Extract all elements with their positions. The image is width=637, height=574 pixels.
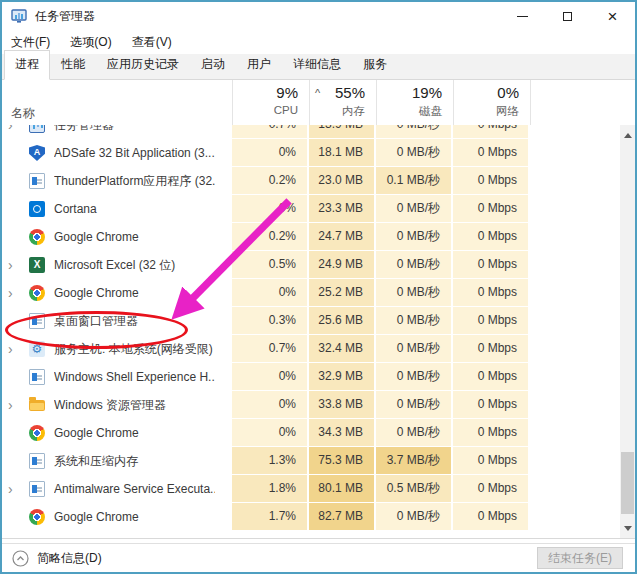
tab-0[interactable]: 进程	[4, 50, 50, 80]
process-name: Windows Shell Experience H...	[54, 363, 215, 391]
cpu-value: 0%	[232, 139, 309, 167]
process-name: Google Chrome	[54, 223, 215, 251]
expand-chevron-icon[interactable]	[8, 391, 20, 419]
cpu-value: 0%	[232, 391, 309, 419]
disk-value: 0 MB/秒	[376, 391, 453, 419]
process-name: Google Chrome	[54, 419, 215, 447]
process-row[interactable]: Google Chrome 0.2% 24.7 MB 0 MB/秒 0 Mbps	[2, 223, 635, 251]
chrome-icon	[29, 425, 45, 441]
tab-6[interactable]: 服务	[352, 50, 398, 80]
process-row[interactable]: Windows Shell Experience H... 0% 32.9 MB…	[2, 363, 635, 391]
process-row[interactable]: 系统和压缩内存 1.3% 75.3 MB 3.7 MB/秒 0 Mbps	[2, 447, 635, 475]
disk-value: 0 MB/秒	[376, 279, 453, 307]
disk-value: 0 MB/秒	[376, 307, 453, 335]
scroll-up-button[interactable]	[620, 127, 635, 143]
tab-4[interactable]: 用户	[236, 50, 282, 80]
menu-item-1[interactable]: 选项(O)	[70, 34, 111, 51]
process-row[interactable]: Google Chrome 0% 25.2 MB 0 MB/秒 0 Mbps	[2, 279, 635, 307]
process-row[interactable]: Google Chrome 1.7% 82.7 MB 0 MB/秒 0 Mbps	[2, 503, 635, 531]
window-controls	[500, 2, 635, 30]
expand-chevron-icon[interactable]	[8, 251, 20, 279]
memory-value: 25.2 MB	[309, 279, 376, 307]
tab-3[interactable]: 启动	[190, 50, 236, 80]
cpu-value: 0.7%	[232, 335, 309, 363]
tab-1[interactable]: 性能	[50, 50, 96, 80]
network-column-header[interactable]: 0% 网络	[453, 80, 530, 125]
column-header: 名称 9% CPU ^ 55% 内存 19% 磁盘 0% 网络	[2, 80, 635, 125]
fewer-details-toggle[interactable]: 简略信息(D)	[12, 550, 102, 567]
cpu-column-label: CPU	[233, 104, 309, 116]
expand-chevron-icon[interactable]	[8, 335, 20, 363]
tab-bar: 进程性能应用历史记录启动用户详细信息服务	[2, 54, 635, 80]
memory-column-header[interactable]: ^ 55% 内存	[309, 80, 376, 125]
disk-value: 0.1 MB/秒	[376, 167, 453, 195]
process-row[interactable]: ThunderPlatform应用程序 (32... 0.2% 23.0 MB …	[2, 167, 635, 195]
cpu-value: 0.2%	[232, 223, 309, 251]
cpu-value: 1.7%	[232, 503, 309, 531]
memory-value: 24.7 MB	[309, 223, 376, 251]
process-name: Antimalware Service Executa...	[54, 475, 215, 503]
expand-chevron-icon[interactable]	[8, 475, 20, 503]
vertical-scrollbar[interactable]	[620, 125, 635, 538]
menu-item-0[interactable]: 文件(F)	[11, 34, 50, 51]
process-row[interactable]: Windows 资源管理器 0% 33.8 MB 0 MB/秒 0 Mbps	[2, 391, 635, 419]
disk-value: 0 MB/秒	[376, 503, 453, 531]
network-value: 0 Mbps	[453, 195, 530, 223]
process-row[interactable]: Antimalware Service Executa... 1.8% 80.1…	[2, 475, 635, 503]
disk-value: 3.7 MB/秒	[376, 447, 453, 475]
process-name: Microsoft Excel (32 位)	[54, 251, 215, 279]
end-task-button[interactable]: 结束任务(E)	[537, 547, 623, 569]
network-value: 0 Mbps	[453, 251, 530, 279]
memory-value: 34.3 MB	[309, 419, 376, 447]
chrome-icon	[29, 229, 45, 245]
app-window-icon	[29, 313, 45, 329]
name-column-header[interactable]: 名称	[11, 105, 35, 122]
expand-chevron-icon[interactable]	[8, 279, 20, 307]
disk-value: 0 MB/秒	[376, 251, 453, 279]
disk-value: 0 MB/秒	[376, 223, 453, 251]
cpu-value: 0%	[232, 195, 309, 223]
excel-icon	[29, 257, 45, 273]
task-manager-icon	[29, 125, 45, 133]
cpu-total-percent: 9%	[233, 84, 309, 101]
process-row[interactable]: Google Chrome 0% 34.3 MB 0 MB/秒 0 Mbps	[2, 419, 635, 447]
maximize-button[interactable]	[545, 2, 590, 30]
tab-2[interactable]: 应用历史记录	[96, 50, 190, 80]
disk-column-header[interactable]: 19% 磁盘	[376, 80, 453, 125]
memory-value: 23.0 MB	[309, 167, 376, 195]
process-row[interactable]: 任务管理器 0.7% 13.9 MB 0 MB/秒 0 Mbps	[2, 125, 635, 139]
network-value: 0 Mbps	[453, 307, 530, 335]
process-row[interactable]: ADSafe 32 Bit Application (3... 0% 18.1 …	[2, 139, 635, 167]
process-name: 系统和压缩内存	[54, 447, 215, 475]
disk-value: 0 MB/秒	[376, 363, 453, 391]
scroll-down-button[interactable]	[620, 520, 635, 536]
network-value: 0 Mbps	[453, 363, 530, 391]
process-row[interactable]: 服务主机: 本地系统(网络受限) (... 0.7% 32.4 MB 0 MB/…	[2, 335, 635, 363]
close-button[interactable]	[590, 2, 635, 30]
memory-value: 13.9 MB	[309, 125, 376, 139]
menu-item-2[interactable]: 查看(V)	[132, 34, 172, 51]
process-name: Google Chrome	[54, 503, 215, 531]
memory-value: 25.6 MB	[309, 307, 376, 335]
triangle-down-icon	[624, 526, 632, 531]
disk-column-label: 磁盘	[377, 104, 453, 119]
chrome-icon	[29, 285, 45, 301]
process-row[interactable]: Microsoft Excel (32 位) 0.5% 24.9 MB 0 MB…	[2, 251, 635, 279]
memory-value: 33.8 MB	[309, 391, 376, 419]
network-value: 0 Mbps	[453, 419, 530, 447]
process-row[interactable]: 桌面窗口管理器 0.3% 25.6 MB 0 MB/秒 0 Mbps	[2, 307, 635, 335]
cpu-column-header[interactable]: 9% CPU	[232, 80, 309, 125]
folder-icon	[29, 400, 45, 411]
memory-value: 75.3 MB	[309, 447, 376, 475]
memory-value: 32.4 MB	[309, 335, 376, 363]
expand-chevron-icon[interactable]	[8, 125, 20, 139]
process-row[interactable]: Cortana 0% 23.3 MB 0 MB/秒 0 Mbps	[2, 195, 635, 223]
tab-5[interactable]: 详细信息	[282, 50, 352, 80]
network-value: 0 Mbps	[453, 167, 530, 195]
sort-caret-icon: ^	[315, 87, 320, 99]
disk-value: 0 MB/秒	[376, 335, 453, 363]
scrollbar-thumb[interactable]	[621, 452, 634, 514]
network-value: 0 Mbps	[453, 335, 530, 363]
app-window-icon	[29, 173, 45, 189]
minimize-button[interactable]	[500, 2, 545, 30]
